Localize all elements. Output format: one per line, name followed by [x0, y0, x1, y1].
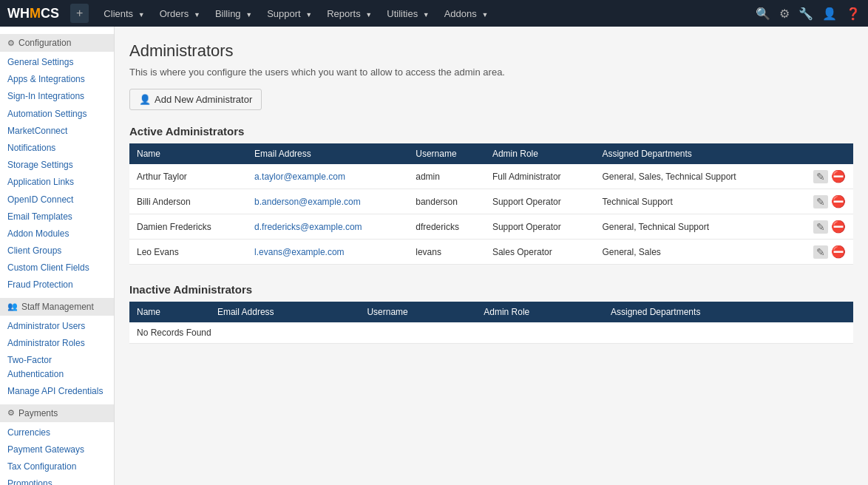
sidebar: ⚙ Configuration General Settings Apps & …	[0, 27, 115, 485]
sidebar-link-application-links[interactable]: Application Links	[0, 174, 114, 191]
admin-actions-0: ✎ ⛔	[791, 164, 853, 189]
user-icon[interactable]: 👤	[822, 7, 837, 21]
sidebar-link-fraud-protection[interactable]: Fraud Protection	[0, 277, 114, 294]
admin-actions-1: ✎ ⛔	[791, 189, 853, 214]
admin-username-3: levans	[408, 240, 485, 265]
sidebar-section-staff: 👥 Staff Management Administrator Users A…	[0, 298, 114, 401]
col-role-inactive: Admin Role	[476, 302, 603, 322]
sidebar-link-automation-settings[interactable]: Automation Settings	[0, 106, 114, 123]
sidebar-link-currencies[interactable]: Currencies	[0, 424, 114, 441]
settings-icon[interactable]: ⚙	[779, 7, 790, 21]
col-name: Name	[129, 143, 247, 164]
sidebar-link-apps-integrations[interactable]: Apps & Integrations	[0, 71, 114, 88]
layout: ⚙ Configuration General Settings Apps & …	[0, 27, 868, 485]
sidebar-header-staff: 👥 Staff Management	[0, 298, 114, 316]
nav-item-addons[interactable]: Addons ▼	[437, 2, 496, 25]
table-row: Arthur Taylor a.taylor@example.com admin…	[129, 164, 853, 189]
nav-item-reports[interactable]: Reports ▼	[319, 2, 379, 25]
col-username-inactive: Username	[359, 302, 476, 322]
sidebar-link-client-groups[interactable]: Client Groups	[0, 243, 114, 260]
sidebar-link-marketconnect[interactable]: MarketConnect	[0, 123, 114, 140]
delete-icon-3[interactable]: ⛔	[831, 245, 846, 259]
page-description: This is where you configure the users wh…	[129, 67, 853, 78]
sidebar-link-payment-gateways[interactable]: Payment Gateways	[0, 441, 114, 458]
sidebar-link-openid-connect[interactable]: OpenID Connect	[0, 191, 114, 208]
admin-name-0: Arthur Taylor	[129, 164, 247, 189]
sidebar-link-notifications[interactable]: Notifications	[0, 140, 114, 157]
admin-name-2: Damien Fredericks	[129, 214, 247, 240]
admin-email-3: l.evans@example.com	[247, 240, 408, 265]
top-nav: WHMCS + Clients ▼ Orders ▼ Billing ▼ Sup…	[0, 0, 868, 27]
col-name-inactive: Name	[129, 302, 210, 322]
sidebar-link-addon-modules[interactable]: Addon Modules	[0, 225, 114, 243]
inactive-admins-body: No Records Found	[129, 322, 853, 344]
inactive-section-title: Inactive Administrators	[129, 283, 853, 296]
col-role: Admin Role	[485, 143, 595, 164]
edit-icon-3[interactable]: ✎	[813, 245, 828, 259]
sidebar-link-custom-client-fields[interactable]: Custom Client Fields	[0, 260, 114, 277]
edit-icon-0[interactable]: ✎	[813, 170, 828, 183]
search-icon[interactable]: 🔍	[756, 7, 770, 21]
table-row: Billi Anderson b.anderson@example.com ba…	[129, 189, 853, 214]
edit-icon-2[interactable]: ✎	[813, 220, 828, 234]
inactive-admins-table: Name Email Address Username Admin Role A…	[129, 302, 853, 344]
sidebar-link-general-settings[interactable]: General Settings	[0, 54, 114, 71]
sidebar-section-label-configuration: Configuration	[18, 38, 71, 48]
admin-departments-0: General, Sales, Technical Support	[594, 164, 790, 189]
logo: WHMCS	[7, 6, 59, 21]
admin-role-0: Full Administrator	[485, 164, 595, 189]
table-row: Damien Fredericks d.fredericks@example.c…	[129, 214, 853, 240]
admin-name-1: Billi Anderson	[129, 189, 247, 214]
admin-departments-1: Technical Support	[594, 189, 790, 214]
col-email: Email Address	[247, 143, 408, 164]
sidebar-link-admin-roles[interactable]: Administrator Roles	[0, 335, 114, 352]
nav-menu: Clients ▼ Orders ▼ Billing ▼ Support ▼ R…	[96, 2, 756, 25]
nav-item-orders[interactable]: Orders ▼	[152, 2, 208, 25]
sidebar-section-label-payments: Payments	[18, 408, 58, 418]
sidebar-link-signin-integrations[interactable]: Sign-In Integrations	[0, 88, 114, 105]
delete-icon-0[interactable]: ⛔	[831, 169, 846, 183]
admin-departments-3: General, Sales	[594, 240, 790, 265]
admin-name-3: Leo Evans	[129, 240, 247, 265]
col-departments: Assigned Departments	[594, 143, 790, 164]
nav-item-support[interactable]: Support ▼	[260, 2, 319, 25]
gear-icon: ⚙	[7, 38, 15, 48]
admin-username-2: dfredericks	[408, 214, 485, 240]
active-table-header-row: Name Email Address Username Admin Role A…	[129, 143, 853, 164]
admin-username-1: banderson	[408, 189, 485, 214]
sidebar-link-email-templates[interactable]: Email Templates	[0, 208, 114, 225]
page-title: Administrators	[129, 41, 853, 61]
sidebar-header-payments: ⚙ Payments	[0, 404, 114, 422]
sidebar-header-configuration: ⚙ Configuration	[0, 34, 114, 52]
sidebar-link-two-factor[interactable]: Two-Factor Authentication	[0, 352, 114, 383]
table-row: Leo Evans l.evans@example.com levans Sal…	[129, 240, 853, 265]
no-records-row: No Records Found	[129, 322, 853, 344]
admin-actions-2: ✎ ⛔	[791, 214, 853, 240]
sidebar-link-admin-users[interactable]: Administrator Users	[0, 318, 114, 335]
admin-role-1: Support Operator	[485, 189, 595, 214]
nav-item-clients[interactable]: Clients ▼	[96, 2, 152, 25]
wrench-icon[interactable]: 🔧	[799, 7, 813, 21]
col-username: Username	[408, 143, 485, 164]
nav-item-billing[interactable]: Billing ▼	[208, 2, 260, 25]
admin-role-3: Sales Operator	[485, 240, 595, 265]
nav-item-utilities[interactable]: Utilities ▼	[379, 2, 436, 25]
active-admins-body: Arthur Taylor a.taylor@example.com admin…	[129, 164, 853, 265]
sidebar-section-payments: ⚙ Payments Currencies Payment Gateways T…	[0, 404, 114, 485]
sidebar-link-promotions[interactable]: Promotions	[0, 475, 114, 485]
delete-icon-2[interactable]: ⛔	[831, 220, 846, 234]
col-actions-inactive	[822, 302, 853, 322]
edit-icon-1[interactable]: ✎	[813, 195, 828, 208]
plus-button[interactable]: +	[70, 4, 89, 23]
admin-email-0: a.taylor@example.com	[247, 164, 408, 189]
add-administrator-button[interactable]: 👤 Add New Administrator	[129, 89, 262, 110]
sidebar-link-tax-configuration[interactable]: Tax Configuration	[0, 458, 114, 475]
delete-icon-1[interactable]: ⛔	[831, 194, 846, 208]
payment-icon: ⚙	[7, 408, 15, 418]
col-email-inactive: Email Address	[210, 302, 360, 322]
no-records-cell: No Records Found	[129, 322, 853, 344]
top-nav-icons: 🔍 ⚙ 🔧 👤 ❓	[756, 7, 861, 21]
sidebar-link-manage-api[interactable]: Manage API Credentials	[0, 383, 114, 400]
help-icon[interactable]: ❓	[846, 7, 861, 21]
sidebar-link-storage-settings[interactable]: Storage Settings	[0, 157, 114, 174]
